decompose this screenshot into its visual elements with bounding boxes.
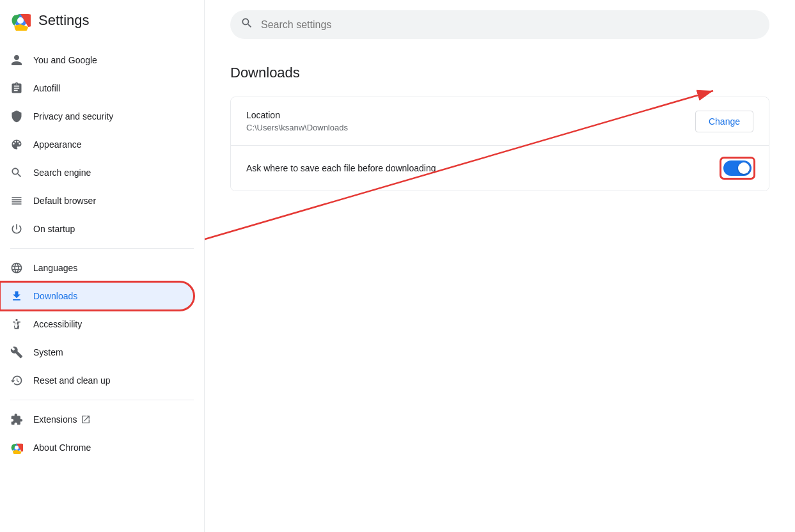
sidebar-divider-2 bbox=[10, 400, 194, 400]
sidebar-item-label: Downloads bbox=[33, 291, 77, 301]
location-row: Location C:\Users\ksanw\Downloads Change bbox=[231, 97, 769, 146]
sidebar-item-label: Languages bbox=[33, 263, 77, 273]
sidebar-item-label: Reset and clean up bbox=[33, 375, 111, 386]
sidebar-item-about-chrome[interactable]: About Chrome bbox=[0, 434, 194, 462]
sidebar-item-label: About Chrome bbox=[33, 442, 91, 453]
sidebar: Settings You and Google Autofill bbox=[0, 0, 205, 532]
page-title: Settings bbox=[38, 12, 90, 29]
extensions-label-container: Extensions bbox=[33, 414, 91, 425]
svg-point-5 bbox=[15, 446, 19, 450]
sidebar-item-you-and-google[interactable]: You and Google bbox=[0, 46, 194, 74]
sidebar-item-on-startup[interactable]: On startup bbox=[0, 215, 194, 243]
sidebar-item-default-browser[interactable]: Default browser bbox=[0, 187, 194, 215]
language-icon bbox=[10, 262, 23, 274]
search-bar-icon bbox=[240, 17, 253, 33]
sidebar-item-label: Autofill bbox=[33, 83, 60, 93]
svg-point-2 bbox=[17, 17, 24, 24]
content-area: Downloads Location C:\Users\ksanw\Downlo… bbox=[205, 49, 795, 532]
sidebar-item-label: Default browser bbox=[33, 196, 96, 206]
search-icon bbox=[10, 166, 23, 179]
sidebar-item-accessibility[interactable]: Accessibility bbox=[0, 310, 194, 338]
sidebar-item-system[interactable]: System bbox=[0, 338, 194, 366]
sidebar-item-label: You and Google bbox=[33, 55, 97, 65]
search-bar-container bbox=[205, 0, 795, 49]
shield-icon bbox=[10, 110, 23, 123]
main-content: Downloads Location C:\Users\ksanw\Downlo… bbox=[205, 0, 795, 532]
toggle-track[interactable] bbox=[723, 160, 752, 176]
location-label: Location bbox=[246, 110, 348, 120]
sidebar-header: Settings bbox=[0, 0, 204, 41]
sidebar-divider-1 bbox=[10, 248, 194, 249]
download-icon bbox=[10, 290, 23, 302]
ask-save-toggle-box bbox=[721, 159, 753, 178]
external-link-icon bbox=[81, 414, 91, 425]
location-path: C:\Users\ksanw\Downloads bbox=[246, 123, 348, 132]
ask-save-row: Ask where to save each file before downl… bbox=[231, 146, 769, 191]
sidebar-item-search-engine[interactable]: Search engine bbox=[0, 159, 194, 187]
sidebar-item-appearance[interactable]: Appearance bbox=[0, 130, 194, 159]
ask-save-label: Ask where to save each file before downl… bbox=[246, 163, 436, 173]
sidebar-item-extensions[interactable]: Extensions bbox=[0, 405, 194, 434]
sidebar-section-top: You and Google Autofill Privacy and secu… bbox=[0, 46, 204, 243]
palette-icon bbox=[10, 138, 23, 151]
assignment-icon bbox=[10, 82, 23, 95]
person-icon bbox=[10, 54, 23, 66]
history-icon bbox=[10, 374, 23, 387]
svg-point-3 bbox=[15, 319, 17, 321]
browser-icon bbox=[10, 194, 23, 207]
sidebar-item-autofill[interactable]: Autofill bbox=[0, 74, 194, 102]
ask-save-toggle[interactable] bbox=[723, 160, 752, 176]
sidebar-item-label: Accessibility bbox=[33, 319, 82, 329]
sidebar-section-middle: Languages Downloads Accessibility bbox=[0, 254, 204, 395]
sidebar-item-privacy-security[interactable]: Privacy and security bbox=[0, 102, 194, 130]
about-chrome-icon bbox=[10, 441, 23, 454]
toggle-thumb bbox=[738, 162, 750, 174]
system-icon bbox=[10, 346, 23, 359]
sidebar-item-languages[interactable]: Languages bbox=[0, 254, 194, 282]
sidebar-item-label: Extensions bbox=[33, 414, 77, 425]
sidebar-section-bottom: Extensions About Chrome bbox=[0, 405, 204, 462]
search-input[interactable] bbox=[261, 19, 759, 31]
power-icon bbox=[10, 223, 23, 235]
sidebar-item-label: System bbox=[33, 347, 63, 357]
sidebar-item-label: Appearance bbox=[33, 139, 82, 150]
search-bar bbox=[230, 10, 769, 39]
downloads-page-title: Downloads bbox=[230, 65, 769, 81]
accessibility-icon bbox=[10, 318, 23, 331]
sidebar-item-downloads[interactable]: Downloads bbox=[0, 282, 194, 310]
sidebar-item-label: Privacy and security bbox=[33, 111, 113, 121]
change-location-button[interactable]: Change bbox=[695, 111, 753, 132]
downloads-settings-card: Location C:\Users\ksanw\Downloads Change… bbox=[230, 97, 769, 191]
location-info: Location C:\Users\ksanw\Downloads bbox=[246, 110, 348, 132]
sidebar-nav: You and Google Autofill Privacy and secu… bbox=[0, 41, 204, 467]
chrome-logo-icon bbox=[10, 10, 31, 31]
sidebar-item-reset-clean-up[interactable]: Reset and clean up bbox=[0, 366, 194, 395]
sidebar-item-label: On startup bbox=[33, 224, 75, 234]
extension-icon bbox=[10, 413, 23, 426]
sidebar-item-label: Search engine bbox=[33, 168, 91, 178]
